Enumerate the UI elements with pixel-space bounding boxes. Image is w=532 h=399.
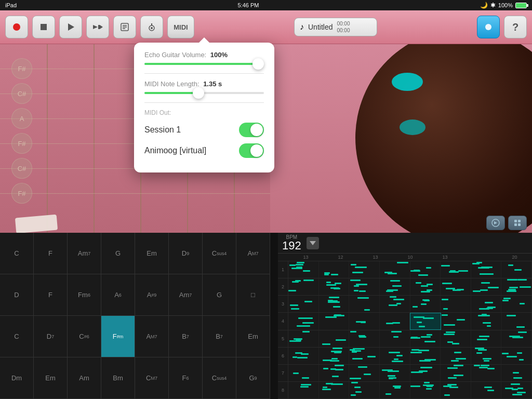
seq-cell-0-2[interactable]	[349, 261, 380, 278]
seq-cell-0-0[interactable]	[288, 261, 319, 278]
chord-a6[interactable]: A6	[101, 274, 135, 315]
seq-cell-4-3[interactable]	[380, 330, 410, 347]
seq-cell-0-3[interactable]	[380, 261, 410, 278]
seq-cell-7-1[interactable]	[319, 382, 350, 398]
seq-cell-5-1[interactable]	[319, 348, 350, 364]
seq-cell-0-1[interactable]	[319, 261, 350, 278]
seq-dropdown-button[interactable]	[307, 237, 319, 249]
chord-em-2[interactable]: Em	[236, 316, 270, 357]
help-button[interactable]: ?	[504, 16, 527, 38]
grid-control-button[interactable]	[508, 216, 527, 230]
seq-cell-5-6[interactable]	[471, 348, 502, 364]
chord-g9[interactable]: G9	[236, 357, 270, 398]
title-pill[interactable]: ♪ Untitled 00:00 00:00	[294, 18, 377, 36]
session1-toggle[interactable]	[239, 123, 264, 137]
seq-cell-3-3[interactable]	[380, 313, 410, 329]
seq-cell-4-2[interactable]	[349, 330, 380, 347]
seq-cell-1-7[interactable]	[501, 278, 532, 295]
seq-cell-2-5[interactable]	[441, 296, 471, 312]
chord-cs6[interactable]: C#6	[68, 316, 101, 357]
seq-cell-4-6[interactable]	[471, 330, 502, 347]
seq-cell-0-5[interactable]	[441, 261, 471, 278]
chord-dm[interactable]: Dm	[0, 357, 34, 398]
circle-control-button[interactable]	[486, 216, 505, 230]
chord-g[interactable]: G	[101, 233, 135, 274]
midi-length-slider-track[interactable]	[144, 92, 264, 94]
seq-cell-1-4[interactable]	[410, 278, 441, 295]
seq-cell-5-3[interactable]	[380, 348, 410, 364]
seq-cell-7-6[interactable]	[471, 382, 502, 398]
chord-f6[interactable]: F6	[169, 357, 203, 398]
chord-f-2[interactable]: F	[34, 274, 68, 315]
seq-cell-1-2[interactable]	[349, 278, 380, 295]
seq-cell-7-7[interactable]	[501, 382, 532, 398]
chord-am7[interactable]: Am7	[68, 233, 101, 274]
seq-cell-4-1[interactable]	[319, 330, 350, 347]
seq-cell-1-3[interactable]	[380, 278, 410, 295]
note-c-sharp-2[interactable]: C#	[11, 158, 32, 179]
record-button[interactable]	[5, 16, 28, 38]
seq-cell-3-1[interactable]	[319, 313, 350, 329]
seq-cell-4-4[interactable]	[410, 330, 441, 347]
seq-cell-0-7[interactable]	[501, 261, 532, 278]
seq-cell-5-4[interactable]	[410, 348, 441, 364]
chord-am[interactable]: Am	[68, 357, 101, 398]
chord-b7-2[interactable]: B7	[203, 316, 236, 357]
seq-cell-5-5[interactable]	[441, 348, 471, 364]
seq-cell-2-0[interactable]	[288, 296, 319, 312]
chord-b7[interactable]: B7	[169, 316, 203, 357]
seq-cell-4-5[interactable]	[441, 330, 471, 347]
seq-cell-2-7[interactable]	[501, 296, 532, 312]
seq-cell-3-0[interactable]	[288, 313, 319, 329]
seq-cell-3-7[interactable]	[502, 313, 533, 329]
seq-cell-1-0[interactable]	[288, 278, 319, 295]
chord-csus4-2[interactable]: Csus4	[203, 357, 236, 398]
seq-cell-3-2[interactable]	[349, 313, 380, 329]
seq-cell-0-4[interactable]	[410, 261, 441, 278]
seq-cell-7-2[interactable]	[349, 382, 380, 398]
volume-slider-thumb[interactable]	[252, 58, 264, 70]
chord-c-2[interactable]: C	[0, 316, 34, 357]
note-f-sharp-2[interactable]: F#	[11, 133, 32, 154]
seq-cell-1-6[interactable]	[471, 278, 502, 295]
seq-cell-7-4[interactable]	[410, 382, 441, 398]
midi-length-slider-thumb[interactable]	[193, 87, 204, 99]
seq-cell-3-4[interactable]	[410, 313, 441, 329]
seq-cell-7-5[interactable]	[441, 382, 471, 398]
seq-cell-2-6[interactable]	[471, 296, 502, 312]
chord-g-2[interactable]: G	[203, 274, 236, 315]
chord-em-3[interactable]: Em	[34, 357, 68, 398]
seq-cell-5-7[interactable]	[501, 348, 532, 364]
note-a[interactable]: A	[11, 108, 32, 129]
chord-am7-2[interactable]: AM7	[236, 233, 270, 274]
seq-cell-6-4[interactable]	[410, 365, 441, 381]
stop-button[interactable]	[32, 16, 55, 38]
chord-cm7[interactable]: CM7	[135, 357, 169, 398]
seq-cell-3-5[interactable]	[441, 313, 472, 329]
chord-d[interactable]: D	[0, 274, 34, 315]
chord-square[interactable]: □	[236, 274, 270, 315]
seq-cell-6-7[interactable]	[501, 365, 532, 381]
seq-cell-3-6[interactable]	[471, 313, 502, 329]
seq-cell-2-3[interactable]	[380, 296, 410, 312]
chord-scrollbar[interactable]	[270, 233, 278, 399]
animoog-toggle[interactable]	[239, 143, 264, 158]
note-f-sharp-1[interactable]: F#	[11, 58, 32, 79]
chord-as9[interactable]: A#9	[135, 274, 169, 315]
seq-cell-4-0[interactable]	[288, 330, 319, 347]
midi-button[interactable]: MIDI	[167, 16, 194, 38]
forward-button[interactable]	[86, 16, 109, 38]
chord-am7-4[interactable]: AM7	[135, 316, 169, 357]
seq-cell-5-0[interactable]	[288, 348, 319, 364]
chord-d9[interactable]: D9	[169, 233, 203, 274]
seq-cell-6-0[interactable]	[288, 365, 319, 381]
seq-cell-6-5[interactable]	[441, 365, 471, 381]
chord-bm[interactable]: Bm	[101, 357, 135, 398]
seq-cell-5-2[interactable]	[349, 348, 380, 364]
seq-cell-6-6[interactable]	[471, 365, 502, 381]
chord-csus4[interactable]: Csus4	[203, 233, 236, 274]
seq-cell-6-2[interactable]	[349, 365, 380, 381]
chord-fsm-highlighted[interactable]: F#m	[101, 316, 135, 357]
chord-d7[interactable]: D7	[34, 316, 68, 357]
chord-c[interactable]: C	[0, 233, 34, 274]
